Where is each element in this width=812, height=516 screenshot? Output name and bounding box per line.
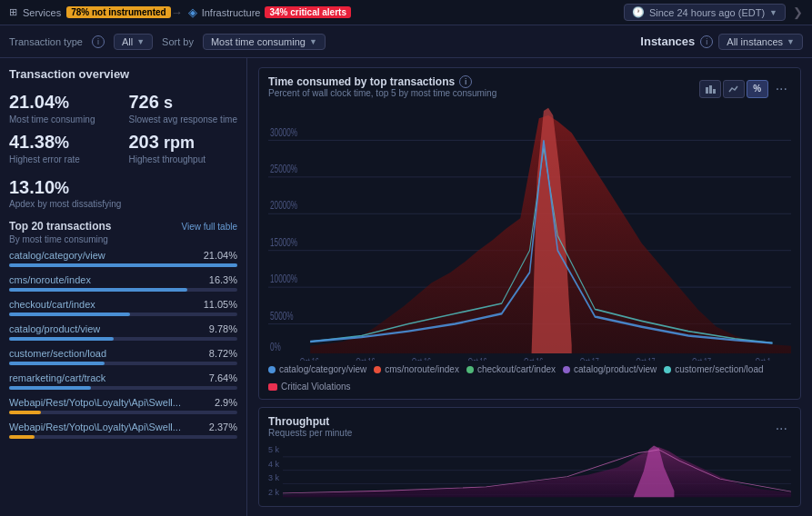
legend-label: catalog/product/view <box>574 364 657 374</box>
transaction-item[interactable]: customer/section/load 8.72% <box>9 348 237 365</box>
instances-value: All instances <box>727 36 783 47</box>
transaction-pct: 2.37% <box>209 422 237 432</box>
metric-value-apdex: 13.10% <box>9 177 237 198</box>
throughput-title: Throughput <box>268 415 352 428</box>
svg-text:10000%: 10000% <box>270 272 297 284</box>
bar-track <box>9 263 237 267</box>
transaction-item[interactable]: catalog/category/view 21.04% <box>9 250 237 267</box>
svg-text:Oct 16,: Oct 16, <box>356 355 376 361</box>
svg-text:Oct 16,: Oct 16, <box>524 355 545 361</box>
transaction-item[interactable]: Webapi/Rest/Yotpo\Loyalty\Api\Swell... 2… <box>9 422 237 439</box>
svg-rect-1 <box>709 85 712 94</box>
metric-value-most-time: 21.04% <box>9 92 118 113</box>
metrics-grid: 21.04% Most time consuming 726 s Slowest… <box>9 92 237 164</box>
metric-value-throughput: 203 rpm <box>129 132 238 153</box>
time-chart-section: Time consumed by top transactions i Perc… <box>258 67 801 400</box>
instances-info-icon[interactable]: i <box>700 35 713 48</box>
instances-dropdown[interactable]: All instances ▼ <box>718 34 803 50</box>
legend-color <box>268 366 276 373</box>
transaction-pct: 9.78% <box>209 323 237 334</box>
bar-fill <box>9 288 187 292</box>
clock-icon: 🕐 <box>632 6 645 18</box>
time-chart-subtitle: Percent of wall clock time, top 5 by mos… <box>268 88 496 98</box>
time-chart-legend: catalog/category/view cms/noroute/index … <box>268 364 791 392</box>
legend-color <box>664 366 671 373</box>
transaction-name: remarketing/cart/track <box>9 372 105 383</box>
top-transactions-subtitle: By most time consuming <box>9 234 237 244</box>
throughput-chart-svg <box>283 443 791 499</box>
transaction-item[interactable]: checkout/cart/index 11.05% <box>9 299 237 316</box>
sort-by-label: Sort by <box>162 36 194 47</box>
transaction-type-label: Transaction type <box>9 36 83 47</box>
infra-label: Infrastructure <box>202 7 261 18</box>
bar-fill <box>9 362 105 365</box>
chart-more-btn[interactable]: ··· <box>772 81 791 97</box>
legend-item: catalog/category/view <box>268 364 366 374</box>
legend-label: catalog/category/view <box>279 364 366 374</box>
top-transactions-title: Top 20 transactions <box>9 220 111 233</box>
time-badge[interactable]: 🕐 Since 24 hours ago (EDT) ▼ <box>624 4 786 21</box>
transaction-item[interactable]: Webapi/Rest/Yotpo\Loyalty\Api\Swell... 2… <box>9 397 237 414</box>
instances-label: Instances <box>640 35 695 48</box>
transaction-type-info-icon[interactable]: i <box>92 35 105 48</box>
legend-color <box>374 366 381 373</box>
svg-rect-2 <box>713 89 716 94</box>
chart-area-btn[interactable]: % <box>747 80 768 98</box>
throughput-y-axis: 5 k 4 k 3 k 2 k <box>268 443 283 499</box>
transaction-name: Webapi/Rest/Yotpo\Loyalty\Api\Swell... <box>9 422 181 432</box>
bar-fill <box>9 337 114 341</box>
instances-section: Instances i All instances ▼ <box>640 34 803 50</box>
legend-item: catalog/product/view <box>563 364 657 374</box>
chart-bar-btn[interactable] <box>699 80 721 98</box>
throughput-chart-area: 5 k 4 k 3 k 2 k <box>268 443 791 499</box>
filter-bar: Transaction type i All ▼ Sort by Most ti… <box>0 25 812 58</box>
metric-desc-throughput: Highest throughput <box>129 154 238 164</box>
transaction-item[interactable]: remarketing/cart/track 7.64% <box>9 372 237 390</box>
chart-line-btn[interactable] <box>723 80 745 98</box>
throughput-more-btn[interactable]: ··· <box>772 421 791 437</box>
svg-text:30000%: 30000% <box>270 125 297 138</box>
main-content: Transaction overview 21.04% Most time co… <box>0 58 812 516</box>
time-chart-info-icon[interactable]: i <box>459 75 472 88</box>
transaction-item[interactable]: catalog/product/view 9.78% <box>9 323 237 341</box>
svg-text:25000%: 25000% <box>270 162 297 174</box>
bar-fill <box>9 263 237 267</box>
metric-highest-error: 41.38% Highest error rate <box>9 132 118 164</box>
services-nav: ⊞ Services 78% not instrumented <box>9 6 171 18</box>
sort-by-dropdown[interactable]: Most time consuming ▼ <box>203 34 326 50</box>
services-badge: 78% not instrumented <box>66 6 170 18</box>
transaction-list: catalog/category/view 21.04% cms/noroute… <box>9 250 237 439</box>
metric-desc-apdex: Apdex by most dissatisfying <box>9 199 237 209</box>
svg-text:Oct 16,: Oct 16, <box>300 355 321 361</box>
transaction-name: catalog/category/view <box>9 250 105 261</box>
metric-slowest-response: 726 s Slowest avg response time <box>129 92 238 124</box>
view-full-table-link[interactable]: View full table <box>181 222 237 232</box>
transaction-item[interactable]: cms/noroute/index 16.3% <box>9 274 237 292</box>
svg-text:Oct 17,: Oct 17, <box>580 355 601 361</box>
legend-item: cms/noroute/index <box>374 364 459 374</box>
bar-fill <box>9 386 91 390</box>
transaction-pct: 11.05% <box>204 299 237 310</box>
chevron-down-icon: ▼ <box>769 8 777 17</box>
throughput-header: Throughput Requests per minute ··· <box>268 415 791 442</box>
legend-label: Critical Violations <box>281 382 351 392</box>
nav-arrow-right: ❯ <box>793 5 803 19</box>
metric-value-error: 41.38% <box>9 132 118 153</box>
legend-item: checkout/cart/index <box>466 364 556 374</box>
arrow-icon: → <box>171 5 183 19</box>
svg-text:Oct 17,: Oct 17, <box>636 355 657 361</box>
sort-by-value: Most time consuming <box>211 36 306 47</box>
legend-color <box>268 383 277 391</box>
chevron-down-icon: ▼ <box>787 37 795 46</box>
svg-text:0%: 0% <box>270 340 281 352</box>
time-chart-svg: 30000% 25000% 20000% 15000% 10000% 5000%… <box>268 104 791 361</box>
transaction-pct: 21.04% <box>204 250 237 261</box>
transaction-pct: 16.3% <box>209 274 237 285</box>
bar-fill <box>9 435 35 439</box>
legend-label: cms/noroute/index <box>385 364 459 374</box>
svg-text:Oct 16,: Oct 16, <box>412 355 433 361</box>
bar-fill <box>9 411 41 414</box>
transaction-type-dropdown[interactable]: All ▼ <box>114 34 153 50</box>
svg-text:15000%: 15000% <box>270 235 297 248</box>
transaction-pct: 2.9% <box>215 397 237 408</box>
